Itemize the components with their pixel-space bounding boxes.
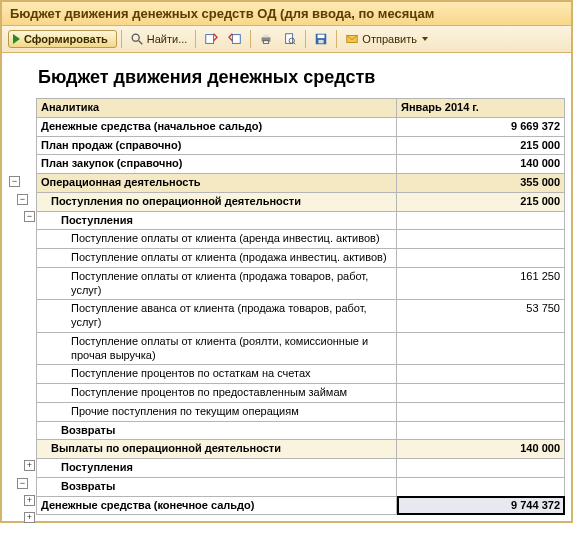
find-button[interactable]: Найти... bbox=[126, 30, 192, 48]
cell-value: 9 669 372 bbox=[397, 117, 565, 136]
cell-value bbox=[397, 421, 565, 440]
table-row[interactable]: План продаж (справочно) 215 000 bbox=[37, 136, 565, 155]
save-button[interactable] bbox=[310, 30, 332, 48]
separator bbox=[305, 30, 306, 48]
play-icon bbox=[13, 34, 20, 44]
table-row[interactable]: Поступление оплаты от клиента (продажа и… bbox=[37, 249, 565, 268]
chevron-down-icon bbox=[422, 37, 428, 41]
table-row[interactable]: Выплаты по операционной деятельности 140… bbox=[37, 440, 565, 459]
cell-label: Поступление оплаты от клиента (роялти, к… bbox=[37, 332, 397, 365]
table-import-icon bbox=[228, 32, 242, 46]
table-export-icon bbox=[204, 32, 218, 46]
cell-label: Поступление оплаты от клиента (аренда ин… bbox=[37, 230, 397, 249]
cell-label: Выплаты по операционной деятельности bbox=[37, 440, 397, 459]
cell-label: Поступления по операционной деятельности bbox=[37, 192, 397, 211]
send-label: Отправить bbox=[362, 33, 417, 45]
table-row[interactable]: Операционная деятельность 355 000 bbox=[37, 174, 565, 193]
preview-button[interactable] bbox=[279, 30, 301, 48]
table-row[interactable]: Прочие поступления по текущим операциям bbox=[37, 402, 565, 421]
cell-label: Поступления bbox=[37, 211, 397, 230]
cell-value bbox=[397, 230, 565, 249]
cell-label: Поступление оплаты от клиента (продажа т… bbox=[37, 267, 397, 300]
copy-in-button[interactable] bbox=[224, 30, 246, 48]
cell-label: Поступление процентов по остаткам на сче… bbox=[37, 365, 397, 384]
cell-label: Денежные средства (конечное сальдо) bbox=[37, 496, 397, 515]
cell-label: Поступление процентов по предоставленным… bbox=[37, 384, 397, 403]
tree-toggle[interactable]: + bbox=[24, 512, 35, 523]
table-row[interactable]: Поступление оплаты от клиента (роялти, к… bbox=[37, 332, 565, 365]
find-label: Найти... bbox=[147, 33, 188, 45]
tree-toggle[interactable]: + bbox=[24, 460, 35, 471]
tree-toggle[interactable]: + bbox=[24, 495, 35, 506]
report-area: Бюджет движения денежных средств − − − +… bbox=[2, 53, 571, 521]
table-row[interactable]: Поступления bbox=[37, 459, 565, 478]
cell-label: Поступление оплаты от клиента (продажа и… bbox=[37, 249, 397, 268]
table-row[interactable]: Возвраты bbox=[37, 477, 565, 496]
printer-icon bbox=[259, 32, 273, 46]
table-row[interactable]: Денежные средства (конечное сальдо) 9 74… bbox=[37, 496, 565, 515]
table-row[interactable]: Поступление процентов по остаткам на сче… bbox=[37, 365, 565, 384]
tree-outline: − − − + − + + bbox=[8, 98, 36, 515]
separator bbox=[121, 30, 122, 48]
tree-toggle[interactable]: − bbox=[9, 176, 20, 187]
svg-point-0 bbox=[132, 34, 139, 41]
search-icon bbox=[130, 32, 144, 46]
window-title: Бюджет движения денежных средств ОД (для… bbox=[2, 2, 571, 26]
separator bbox=[336, 30, 337, 48]
print-button[interactable] bbox=[255, 30, 277, 48]
table-row[interactable]: Возвраты bbox=[37, 421, 565, 440]
cell-label: Возвраты bbox=[37, 421, 397, 440]
header-row: Аналитика Январь 2014 г. bbox=[37, 99, 565, 118]
floppy-icon bbox=[314, 32, 328, 46]
table-row[interactable]: Поступление процентов по предоставленным… bbox=[37, 384, 565, 403]
cell-label: Возвраты bbox=[37, 477, 397, 496]
cell-value bbox=[397, 384, 565, 403]
tree-toggle[interactable]: − bbox=[24, 211, 35, 222]
separator bbox=[195, 30, 196, 48]
table-row[interactable]: План закупок (справочно) 140 000 bbox=[37, 155, 565, 174]
cell-value bbox=[397, 459, 565, 478]
cell-value: 161 250 bbox=[397, 267, 565, 300]
cell-value bbox=[397, 477, 565, 496]
cell-label: Денежные средства (начальное сальдо) bbox=[37, 117, 397, 136]
cell-value: 9 744 372 bbox=[397, 496, 565, 515]
page-preview-icon bbox=[283, 32, 297, 46]
copy-out-button[interactable] bbox=[200, 30, 222, 48]
envelope-icon bbox=[345, 32, 359, 46]
report-grid[interactable]: Аналитика Январь 2014 г. Денежные средст… bbox=[36, 98, 565, 515]
cell-value bbox=[397, 332, 565, 365]
svg-rect-2 bbox=[206, 35, 214, 44]
table-row[interactable]: Поступление аванса от клиента (продажа т… bbox=[37, 300, 565, 333]
col-analytics: Аналитика bbox=[37, 99, 397, 118]
tree-toggle[interactable]: − bbox=[17, 478, 28, 489]
svg-rect-3 bbox=[233, 35, 241, 44]
form-button-label: Сформировать bbox=[24, 33, 108, 45]
cell-value: 355 000 bbox=[397, 174, 565, 193]
cell-label: Прочие поступления по текущим операциям bbox=[37, 402, 397, 421]
cell-value bbox=[397, 249, 565, 268]
cell-value: 53 750 bbox=[397, 300, 565, 333]
table-row[interactable]: Поступление оплаты от клиента (продажа т… bbox=[37, 267, 565, 300]
table-row[interactable]: Денежные средства (начальное сальдо) 9 6… bbox=[37, 117, 565, 136]
separator bbox=[250, 30, 251, 48]
table-row[interactable]: Поступления bbox=[37, 211, 565, 230]
svg-rect-11 bbox=[318, 35, 325, 39]
cell-label: План продаж (справочно) bbox=[37, 136, 397, 155]
cell-label: Операционная деятельность bbox=[37, 174, 397, 193]
send-button[interactable]: Отправить bbox=[341, 30, 432, 48]
cell-label: Поступление аванса от клиента (продажа т… bbox=[37, 300, 397, 333]
cell-value: 215 000 bbox=[397, 192, 565, 211]
table-row[interactable]: Поступление оплаты от клиента (аренда ин… bbox=[37, 230, 565, 249]
svg-line-1 bbox=[139, 41, 143, 45]
cell-label: Поступления bbox=[37, 459, 397, 478]
cell-value bbox=[397, 365, 565, 384]
cell-value bbox=[397, 211, 565, 230]
tree-toggle[interactable]: − bbox=[17, 194, 28, 205]
table-row[interactable]: Поступления по операционной деятельности… bbox=[37, 192, 565, 211]
form-button[interactable]: Сформировать bbox=[8, 30, 117, 48]
cell-value: 215 000 bbox=[397, 136, 565, 155]
cell-value: 140 000 bbox=[397, 155, 565, 174]
report-window: Бюджет движения денежных средств ОД (для… bbox=[0, 0, 573, 523]
svg-rect-5 bbox=[264, 35, 269, 38]
cell-value: 140 000 bbox=[397, 440, 565, 459]
